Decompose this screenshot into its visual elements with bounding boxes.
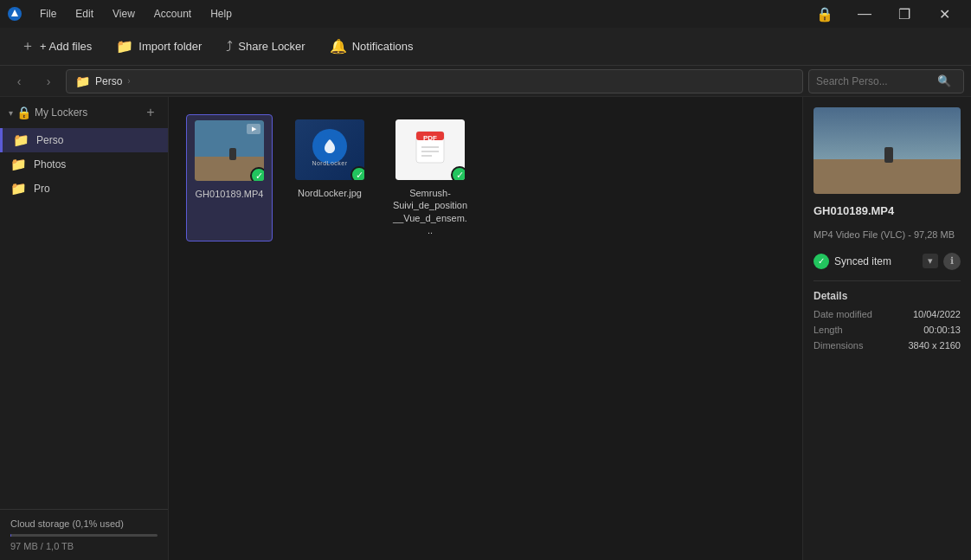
search-box[interactable]: 🔍 (808, 69, 964, 93)
import-folder-label: Import folder (138, 40, 202, 53)
svg-text:PDF: PDF (423, 134, 437, 142)
sidebar-item-photos-label: Photos (34, 158, 66, 171)
menu-edit[interactable]: Edit (67, 4, 102, 23)
share-icon: ⤴ (226, 39, 233, 55)
search-icon: 🔍 (937, 74, 951, 87)
info-button[interactable]: ℹ (943, 253, 961, 270)
file-item-video[interactable]: ▶ ✓ GH010189.MP4 (186, 114, 273, 241)
preview-thumbnail (813, 107, 961, 194)
back-button[interactable]: ‹ (7, 69, 31, 93)
panel-file-name: GH010189.MP4 (813, 204, 961, 217)
sidebar-items: 📁 Perso 📁 Photos 📁 Pro (0, 128, 168, 509)
search-input[interactable] (816, 75, 937, 87)
file-name-nordlocker: NordLocker.jpg (298, 187, 362, 199)
preview-sand (813, 159, 961, 194)
content-area: ▶ ✓ GH010189.MP4 NordLock (169, 97, 802, 560)
share-locker-label: Share Locker (238, 40, 305, 53)
menu-view[interactable]: View (104, 4, 144, 23)
menu-bar: File Edit View Account Help (31, 4, 805, 23)
preview-figure (884, 147, 893, 163)
share-locker-button[interactable]: ⤴ Share Locker (215, 34, 315, 60)
nordlocker-text: NordLocker (312, 160, 347, 166)
folder-photos-icon: 📁 (10, 157, 27, 172)
storage-bar-background (10, 534, 158, 537)
synced-row: ✓ Synced item ▾ ℹ (813, 253, 961, 270)
synced-text: Synced item (834, 255, 917, 267)
sidebar-header: ▾ 🔒 My Lockers + (0, 97, 168, 128)
dimensions-value: 3840 x 2160 (908, 340, 961, 351)
maximize-button[interactable]: ❐ (884, 0, 924, 28)
detail-length: Length 00:00:13 (813, 325, 961, 335)
import-folder-button[interactable]: 📁 Import folder (106, 33, 212, 60)
date-modified-value: 10/04/2022 (913, 309, 961, 319)
file-thumb-video: ▶ ✓ (195, 120, 264, 181)
app-logo (7, 6, 23, 22)
sync-badge-nordlocker: ✓ (350, 166, 364, 180)
sidebar-item-perso-label: Perso (36, 134, 63, 146)
add-files-button[interactable]: ＋ + Add files (10, 32, 102, 61)
folder-pro-icon: 📁 (10, 181, 27, 196)
file-thumb-pdf: PDF ✓ (395, 119, 465, 180)
title-bar: File Edit View Account Help 🔒 — ❐ ✕ (0, 0, 971, 28)
sidebar-item-pro[interactable]: 📁 Pro (0, 177, 168, 201)
date-modified-label: Date modified (813, 309, 872, 319)
details-title: Details (813, 290, 961, 302)
toolbar: ＋ + Add files 📁 Import folder ⤴ Share Lo… (0, 28, 971, 66)
file-item-pdf[interactable]: PDF ✓ Semrush-Suivi_de_position__Vue_d_e… (387, 114, 473, 241)
address-bar: ‹ › 📁 Perso › 🔍 (0, 66, 971, 97)
pdf-icon: PDF (415, 130, 446, 171)
file-item-nordlocker[interactable]: NordLocker ✓ NordLocker.jpg (286, 114, 373, 241)
address-folder-name: Perso (95, 75, 122, 87)
forward-button[interactable]: › (36, 69, 61, 93)
my-lockers-label: My Lockers (35, 106, 87, 119)
file-name-pdf: Semrush-Suivi_de_position__Vue_d_ensem..… (392, 187, 468, 236)
storage-section: Cloud storage (0,1% used) 97 MB / 1,0 TB (0, 509, 168, 560)
locker-icon: 🔒 (16, 106, 31, 119)
main-layout: ▾ 🔒 My Lockers + 📁 Perso 📁 Photos 📁 Pro … (0, 97, 971, 560)
sidebar-chevron-icon: ▾ (9, 108, 13, 118)
bell-icon: 🔔 (330, 38, 347, 55)
window-controls: 🔒 — ❐ ✕ (805, 0, 964, 28)
minimize-button[interactable]: — (845, 0, 884, 28)
address-folder-icon: 📁 (75, 74, 90, 88)
sidebar-item-photos[interactable]: 📁 Photos (0, 152, 168, 177)
synced-check-icon: ✓ (813, 254, 829, 269)
panel-file-type: MP4 Video File (VLC) - 97,28 MB (813, 228, 961, 242)
dimensions-label: Dimensions (813, 340, 863, 351)
menu-account[interactable]: Account (145, 4, 200, 23)
video-overlay: ▶ (247, 124, 260, 134)
length-value: 00:00:13 (923, 325, 961, 335)
sidebar-item-pro-label: Pro (34, 183, 50, 195)
folder-perso-icon: 📁 (13, 132, 29, 148)
file-thumb-nordlocker: NordLocker ✓ (295, 119, 364, 180)
folder-icon: 📁 (116, 38, 133, 55)
synced-dropdown-button[interactable]: ▾ (923, 254, 938, 268)
notifications-label: Notifications (352, 40, 414, 53)
menu-help[interactable]: Help (202, 4, 241, 23)
file-name-video: GH010189.MP4 (196, 188, 264, 200)
sidebar: ▾ 🔒 My Lockers + 📁 Perso 📁 Photos 📁 Pro … (0, 97, 169, 560)
storage-label: Cloud storage (0,1% used) (10, 518, 158, 529)
lock-icon: 🔒 (805, 0, 845, 28)
sync-badge-video: ✓ (250, 167, 264, 181)
right-panel: GH010189.MP4 MP4 Video File (VLC) - 97,2… (802, 97, 971, 560)
sync-badge-pdf: ✓ (451, 166, 465, 180)
plus-icon: ＋ (21, 37, 35, 55)
close-button[interactable]: ✕ (924, 0, 964, 28)
scene-figure (229, 148, 236, 160)
address-input[interactable]: 📁 Perso › (66, 69, 803, 93)
sidebar-header-left: ▾ 🔒 My Lockers (9, 106, 87, 119)
menu-file[interactable]: File (31, 4, 65, 23)
details-section: Details Date modified 10/04/2022 Length … (813, 280, 961, 356)
address-chevron-icon: › (127, 76, 130, 86)
detail-date-modified: Date modified 10/04/2022 (813, 309, 961, 319)
storage-used-label: 97 MB / 1,0 TB (10, 541, 158, 551)
nordlocker-logo (312, 129, 347, 164)
add-files-label: + Add files (40, 40, 92, 53)
sidebar-item-perso[interactable]: 📁 Perso (0, 128, 168, 152)
detail-dimensions: Dimensions 3840 x 2160 (813, 340, 961, 351)
length-label: Length (813, 325, 843, 335)
notifications-button[interactable]: 🔔 Notifications (319, 33, 424, 60)
add-locker-button[interactable]: + (142, 104, 159, 121)
